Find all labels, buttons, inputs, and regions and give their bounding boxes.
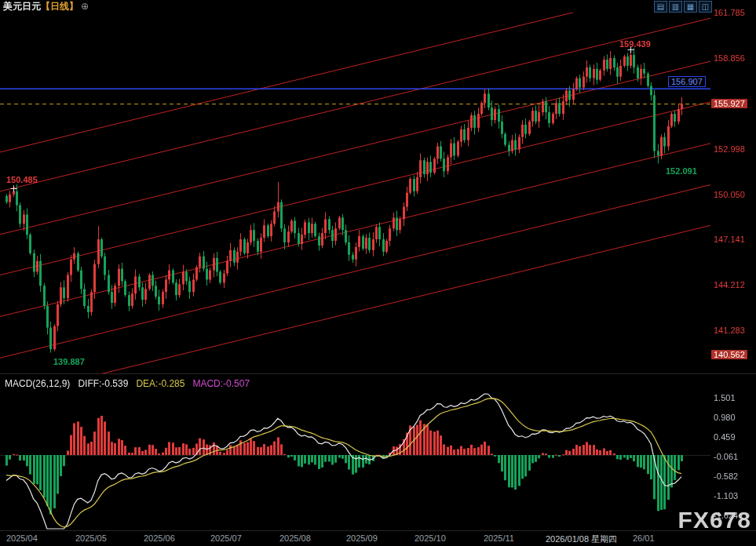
macd-value: MACD:-0.507 (192, 378, 250, 389)
x-axis-label: 2025/04 (6, 533, 38, 543)
macd-axis-label: 0.980 (714, 413, 754, 422)
price-annotation: 159.439 (619, 39, 651, 49)
macd-params-label: MACD(26,12,9) (5, 378, 70, 389)
price-annotation: 152.091 (666, 166, 697, 176)
price-annotation: 156.907 (668, 76, 706, 87)
macd-axis-label: -0.061 (714, 452, 754, 461)
x-axis-label: 2025/09 (346, 533, 378, 543)
add-indicator-icon[interactable]: ⊕ (81, 2, 89, 11)
watermark: FX678 (678, 507, 751, 533)
price-axis-label: 150.050 (714, 190, 754, 199)
chart-header-bar: 美元日元 【日线】 ⊕ ▤ ▥ ▦ ◫ (0, 0, 756, 13)
maximize-icon[interactable]: ◫ (699, 1, 712, 13)
panel-split-icon[interactable]: ▦ (684, 1, 697, 13)
macd-header: MACD(26,12,9) DIFF:-0.539 DEA:-0.285 MAC… (0, 373, 756, 393)
price-axis-label: 155.927 (711, 99, 747, 108)
x-axis-label: 2025/10 (415, 533, 446, 543)
macd-axis-label: 0.459 (714, 432, 754, 442)
price-axis-label: 158.856 (714, 53, 754, 63)
x-axis-label: 2025/06 (144, 533, 175, 543)
macd-chart-canvas[interactable] (0, 392, 756, 530)
price-annotation: 139.887 (53, 357, 85, 366)
x-axis-label: 2025/05 (75, 533, 107, 543)
x-axis-label: 26/01 (633, 533, 655, 543)
price-axis-label: 152.998 (714, 144, 754, 154)
price-annotation: 150.485 (6, 175, 38, 184)
timeframe-label: 【日线】 (41, 0, 79, 13)
price-axis-label: 144.212 (714, 280, 754, 289)
macd-dea-value: DEA:-0.285 (136, 378, 184, 389)
macd-axis-label: 1.501 (714, 393, 754, 402)
price-axis-label: 147.141 (714, 235, 754, 244)
macd-diff-value: DIFF:-0.539 (78, 378, 128, 389)
x-axis-label: 2025/08 (279, 533, 311, 543)
price-axis-low-label: 140.562 (711, 350, 747, 359)
price-axis-label: 141.283 (714, 326, 754, 335)
layout-grid-icon[interactable]: ▤ (654, 1, 667, 13)
candlestick-view-icon[interactable]: ▥ (669, 1, 682, 13)
trading-chart-window: 美元日元 【日线】 ⊕ ▤ ▥ ▦ ◫ MACD(26,12,9) DIFF:-… (0, 0, 756, 546)
main-chart-canvas[interactable] (0, 13, 756, 373)
chart-toolbar: ▤ ▥ ▦ ◫ (654, 1, 712, 13)
instrument-title: 美元日元 (3, 0, 41, 13)
x-axis-label: 2026/01/08 星期四 (546, 533, 617, 545)
macd-axis-label: -1.103 (714, 491, 754, 500)
macd-axis-label: -0.582 (714, 471, 754, 481)
x-axis-label: 2025/07 (210, 533, 242, 543)
x-axis-label: 2025/11 (484, 533, 514, 543)
